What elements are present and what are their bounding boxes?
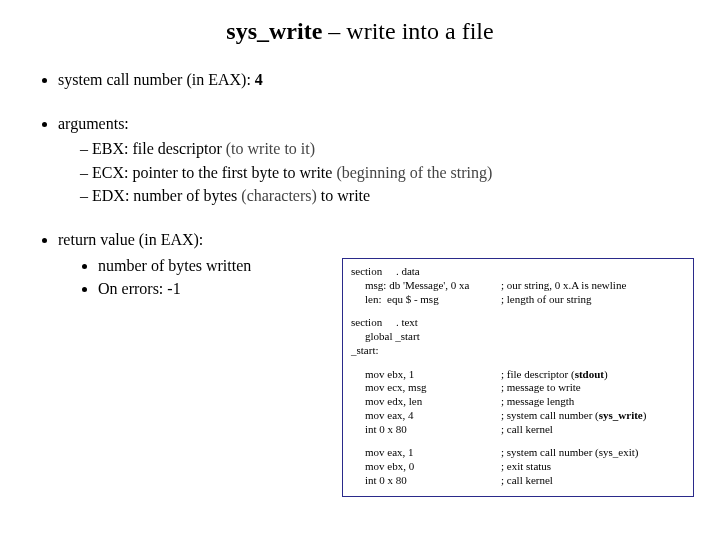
code-comment: ; message to write bbox=[501, 381, 685, 395]
code-text: section . text bbox=[351, 316, 501, 330]
code-line: mov edx, len; message length bbox=[351, 395, 685, 409]
text: EBX: file descriptor bbox=[92, 140, 226, 157]
arguments-list: EBX: file descriptor (to write to it) EC… bbox=[58, 138, 690, 207]
bullet-arguments: arguments: EBX: file descriptor (to writ… bbox=[58, 113, 690, 207]
text: arguments: bbox=[58, 115, 129, 132]
code-box: section . data msg: db 'Message', 0 xa; … bbox=[342, 258, 694, 497]
text: EDX: number of bytes bbox=[92, 187, 241, 204]
paren-text: (to write to it) bbox=[226, 140, 315, 157]
code-text: _start: bbox=[351, 344, 501, 358]
text: number of bytes written bbox=[98, 257, 251, 274]
slide-title: sys_write – write into a file bbox=[30, 18, 690, 45]
code-line: mov ecx, msg; message to write bbox=[351, 381, 685, 395]
code-text: len: equ $ - msg bbox=[351, 293, 501, 307]
text: return value (in EAX): bbox=[58, 231, 203, 248]
code-comment: ; message length bbox=[501, 395, 685, 409]
code-text: mov ebx, 1 bbox=[351, 368, 501, 382]
code-text: mov eax, 1 bbox=[351, 446, 501, 460]
code-comment: ; exit status bbox=[501, 460, 685, 474]
arg-ecx: ECX: pointer to the first byte to write … bbox=[80, 162, 690, 184]
code-line: mov ebx, 1; file descriptor (stdout) bbox=[351, 368, 685, 382]
code-text: mov ecx, msg bbox=[351, 381, 501, 395]
code-text: global _start bbox=[351, 330, 501, 344]
paren-text: (beginning of the string) bbox=[336, 164, 492, 181]
code-text: mov ebx, 0 bbox=[351, 460, 501, 474]
code-line: int 0 x 80; call kernel bbox=[351, 423, 685, 437]
text: On errors: -1 bbox=[98, 280, 181, 297]
arg-edx: EDX: number of bytes (characters) to wri… bbox=[80, 185, 690, 207]
code-block-exit: mov eax, 1; system call number (sys_exit… bbox=[351, 446, 685, 487]
code-text: int 0 x 80 bbox=[351, 423, 501, 437]
code-line: section . text bbox=[351, 316, 685, 330]
code-text: int 0 x 80 bbox=[351, 474, 501, 488]
code-line: len: equ $ - msg; length of our string bbox=[351, 293, 685, 307]
code-comment: ; system call number (sys_exit) bbox=[501, 446, 685, 460]
code-line: _start: bbox=[351, 344, 685, 358]
code-comment: ; length of our string bbox=[501, 293, 685, 307]
code-text: msg: db 'Message', 0 xa bbox=[351, 279, 501, 293]
code-block-data: section . data msg: db 'Message', 0 xa; … bbox=[351, 265, 685, 306]
code-text: mov edx, len bbox=[351, 395, 501, 409]
syscall-number-value: 4 bbox=[255, 71, 263, 88]
text: to write bbox=[317, 187, 370, 204]
code-line: global _start bbox=[351, 330, 685, 344]
code-text: section . data bbox=[351, 265, 501, 279]
code-line: section . data bbox=[351, 265, 685, 279]
code-line: mov eax, 4; system call number (sys_writ… bbox=[351, 409, 685, 423]
code-comment: ; our string, 0 x.A is newline bbox=[501, 279, 685, 293]
code-line: msg: db 'Message', 0 xa; our string, 0 x… bbox=[351, 279, 685, 293]
code-comment: ; call kernel bbox=[501, 423, 685, 437]
code-comment bbox=[501, 265, 685, 279]
text: ECX: pointer to the first byte to write bbox=[92, 164, 336, 181]
code-comment: ; call kernel bbox=[501, 474, 685, 488]
code-comment: ; system call number (sys_write) bbox=[501, 409, 685, 423]
code-line: int 0 x 80; call kernel bbox=[351, 474, 685, 488]
code-block-text: section . text global _start _start: bbox=[351, 316, 685, 357]
bullet-syscall-number: system call number (in EAX): 4 bbox=[58, 69, 690, 91]
code-comment: ; file descriptor (stdout) bbox=[501, 368, 685, 382]
title-bold: sys_write bbox=[226, 18, 322, 44]
code-text: mov eax, 4 bbox=[351, 409, 501, 423]
code-block-write: mov ebx, 1; file descriptor (stdout) mov… bbox=[351, 368, 685, 437]
arg-ebx: EBX: file descriptor (to write to it) bbox=[80, 138, 690, 160]
text: system call number (in EAX): bbox=[58, 71, 255, 88]
slide: sys_write – write into a file system cal… bbox=[0, 0, 720, 540]
code-line: mov ebx, 0; exit status bbox=[351, 460, 685, 474]
code-line: mov eax, 1; system call number (sys_exit… bbox=[351, 446, 685, 460]
paren-text: (characters) bbox=[241, 187, 317, 204]
title-rest: – write into a file bbox=[322, 18, 493, 44]
